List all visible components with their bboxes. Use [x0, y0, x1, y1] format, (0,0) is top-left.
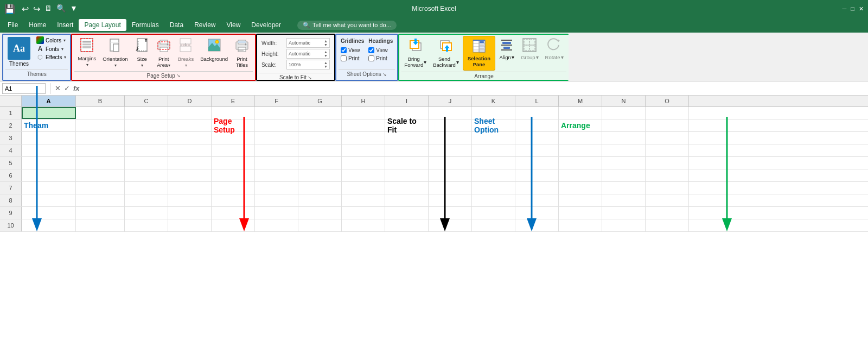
cell-b4[interactable] [76, 144, 125, 156]
breaks-button[interactable]: Breaks▾ [175, 36, 197, 70]
menu-developer[interactable]: Developer [246, 19, 286, 31]
cell-b6[interactable] [76, 169, 125, 181]
minimize-icon[interactable]: ─ [843, 5, 847, 12]
cell-h4[interactable] [342, 144, 385, 156]
cell-h6[interactable] [342, 169, 385, 181]
height-down-arrow[interactable]: ▼ [324, 54, 328, 58]
row-num-3[interactable]: 3 [0, 132, 22, 144]
cell-g4[interactable] [298, 144, 342, 156]
margins-button[interactable]: Margins▾ [74, 36, 99, 70]
cell-g1[interactable] [298, 107, 342, 119]
cell-o4[interactable] [646, 144, 689, 156]
cell-j10[interactable] [429, 219, 472, 231]
cell-j7[interactable] [429, 182, 472, 194]
cell-o7[interactable] [646, 182, 689, 194]
cell-g7[interactable] [298, 182, 342, 194]
formula-input[interactable] [82, 85, 866, 92]
cell-b9[interactable] [76, 207, 125, 219]
cell-c4[interactable] [125, 144, 168, 156]
cell-g9[interactable] [298, 207, 342, 219]
align-button[interactable]: Align ▾ [496, 36, 517, 62]
cell-f4[interactable] [255, 144, 298, 156]
menu-formulas[interactable]: Formulas [126, 19, 164, 31]
menu-insert[interactable]: Insert [52, 19, 79, 31]
row-num-6[interactable]: 6 [0, 169, 22, 181]
cell-o9[interactable] [646, 207, 689, 219]
cell-e4[interactable] [212, 144, 255, 156]
width-input[interactable]: Automatic ▲ ▼ [286, 38, 330, 48]
cell-c5[interactable] [125, 157, 168, 169]
cell-d7[interactable] [168, 182, 212, 194]
cell-h7[interactable] [342, 182, 385, 194]
cell-j9[interactable] [429, 207, 472, 219]
sheet-options-expand[interactable]: ↘ [382, 72, 387, 77]
cell-i3[interactable] [385, 132, 429, 144]
cell-a8[interactable] [22, 194, 76, 206]
col-header-d[interactable]: D [168, 96, 212, 106]
cell-d9[interactable] [168, 207, 212, 219]
headings-print-checkbox[interactable] [368, 55, 374, 61]
cell-l5[interactable] [515, 157, 559, 169]
cell-o6[interactable] [646, 169, 689, 181]
cancel-icon[interactable]: ✕ [55, 84, 61, 92]
cell-c8[interactable] [125, 194, 168, 206]
cell-m4[interactable] [559, 144, 602, 156]
height-input[interactable]: Automatic ▲ ▼ [286, 49, 330, 59]
cell-d4[interactable] [168, 144, 212, 156]
undo-icon[interactable]: ↩ [22, 4, 29, 14]
height-up-arrow[interactable]: ▲ [324, 50, 328, 54]
menu-file[interactable]: File [2, 19, 23, 31]
print-titles-button[interactable]: PrintTitles [231, 36, 253, 70]
cell-c3[interactable] [125, 132, 168, 144]
cell-g8[interactable] [298, 194, 342, 206]
cell-a5[interactable] [22, 157, 76, 169]
cell-f8[interactable] [255, 194, 298, 206]
cell-o5[interactable] [646, 157, 689, 169]
cell-j1[interactable] [429, 107, 472, 119]
cell-j2[interactable] [429, 119, 472, 131]
confirm-icon[interactable]: ✓ [64, 84, 70, 92]
cell-f9[interactable] [255, 207, 298, 219]
cell-b5[interactable] [76, 157, 125, 169]
cell-g5[interactable] [298, 157, 342, 169]
row-num-4[interactable]: 4 [0, 144, 22, 156]
cell-f6[interactable] [255, 169, 298, 181]
col-header-a[interactable]: A [22, 96, 76, 106]
accessibility-icon[interactable]: 🔍 [56, 4, 66, 14]
col-header-b[interactable]: B [76, 96, 125, 106]
group-button[interactable]: Group ▾ [518, 36, 541, 62]
background-button[interactable]: Background [197, 36, 231, 64]
themes-main-button[interactable]: Aa Themes [5, 36, 33, 68]
menu-home[interactable]: Home [23, 19, 52, 31]
cell-c6[interactable] [125, 169, 168, 181]
cell-i2[interactable]: Scale to Fit [385, 119, 429, 131]
cell-m3[interactable] [559, 132, 602, 144]
cell-n4[interactable] [602, 144, 646, 156]
cell-h2[interactable] [342, 119, 385, 131]
col-header-j[interactable]: J [429, 96, 472, 106]
cell-l8[interactable] [515, 194, 559, 206]
cell-n7[interactable] [602, 182, 646, 194]
col-header-l[interactable]: L [515, 96, 559, 106]
cell-m2[interactable]: Arrange [559, 119, 602, 131]
cell-d1[interactable] [168, 107, 212, 119]
cell-f2[interactable] [255, 119, 298, 131]
cell-d2[interactable] [168, 119, 212, 131]
orientation-button[interactable]: Orientation▾ [99, 36, 131, 70]
cell-k5[interactable] [472, 157, 515, 169]
cell-d3[interactable] [168, 132, 212, 144]
scale-expand[interactable]: ↘ [308, 75, 312, 80]
row-num-8[interactable]: 8 [0, 194, 22, 206]
cell-a7[interactable] [22, 182, 76, 194]
cell-f1[interactable] [255, 107, 298, 119]
cell-f5[interactable] [255, 157, 298, 169]
cell-l6[interactable] [515, 169, 559, 181]
cell-g10[interactable] [298, 219, 342, 231]
cell-b8[interactable] [76, 194, 125, 206]
col-header-m[interactable]: M [559, 96, 602, 106]
cell-l9[interactable] [515, 207, 559, 219]
cell-a2[interactable]: Theam [22, 119, 76, 131]
cell-g2[interactable] [298, 119, 342, 131]
col-header-c[interactable]: C [125, 96, 168, 106]
cell-n3[interactable] [602, 132, 646, 144]
